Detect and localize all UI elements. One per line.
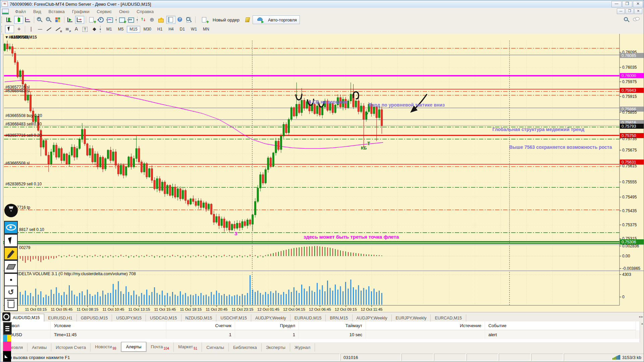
menu-Вид[interactable]: Вид: [30, 8, 45, 15]
symbol-tab-GBPUSD,M15[interactable]: GBPUSD,M15: [77, 314, 112, 322]
shift-chart-icon[interactable]: →: [75, 16, 84, 24]
equidistant-channel-tool-icon[interactable]: E: [54, 25, 62, 33]
order-label[interactable]: #63668483 sl: [5, 88, 30, 93]
crosshair-tool-icon[interactable]: +: [15, 25, 23, 33]
overlay-dot-button[interactable]: [4, 273, 18, 286]
zoom-in-icon[interactable]: +: [36, 16, 44, 23]
menu-Файл[interactable]: Файл: [11, 8, 30, 15]
navigator-icon[interactable]: ⊕: [148, 16, 157, 23]
menu-Вставка[interactable]: Вставка: [45, 8, 68, 15]
color-swatch-black[interactable]: [3, 351, 11, 362]
symbol-tab-USDJPY,M15[interactable]: USDJPY,M15: [112, 314, 146, 322]
order-label[interactable]: #63668483 sell 0.10: [5, 122, 42, 126]
tab-Алерты[interactable]: Алерты: [121, 342, 147, 352]
tab-Эксперты[interactable]: Эксперты: [262, 343, 290, 352]
symbol-tab-AUDJPY,Weekly[interactable]: AUDJPY,Weekly: [353, 314, 392, 322]
symbol-tab-AUDJPY,Weekly[interactable]: AUDJPY,Weekly: [251, 314, 290, 322]
favorites-icon[interactable]: ★: [157, 16, 166, 23]
templates-dropdown-icon[interactable]: ▾: [106, 16, 114, 23]
close-button[interactable]: ✕: [633, 1, 643, 7]
order-label[interactable]: #63665508 sl: [5, 161, 30, 166]
search-icon[interactable]: [623, 16, 631, 23]
arrows-dropdown-icon[interactable]: ◆▾: [90, 25, 99, 33]
menu-Справка[interactable]: Справка: [133, 8, 157, 15]
zoom-out-icon[interactable]: −: [45, 16, 53, 23]
timeframe-MN[interactable]: MN: [200, 26, 212, 33]
overlay-cursor-button[interactable]: [4, 234, 18, 247]
debug-icon[interactable]: [243, 16, 252, 23]
overlay-eye-button[interactable]: [4, 221, 18, 234]
order-label[interactable]: #63665508 buy 0.20: [5, 113, 42, 118]
fibonacci-tool-icon[interactable]: ≡F: [63, 25, 71, 33]
overlay-menu-button[interactable]: [3, 322, 12, 335]
overlay-eraser-button[interactable]: [4, 260, 18, 273]
chart-area[interactable]: 0.760950.760850.760350.760000.759750.759…: [3, 34, 644, 311]
order-label[interactable]: #63657716 sell 0.20: [5, 133, 42, 138]
child-restore-button[interactable]: ❐: [626, 8, 634, 14]
menu-Графики[interactable]: Графики: [68, 8, 93, 15]
new-chart-dropdown-icon[interactable]: +▾: [118, 16, 126, 23]
child-close-button[interactable]: ✕: [634, 8, 642, 14]
vertical-line-tool-icon[interactable]: |: [27, 25, 35, 33]
tile-windows-icon[interactable]: [54, 16, 62, 23]
timeframe-H1[interactable]: H1: [155, 26, 165, 33]
alert-row[interactable]: AUDUSDTime=11:451110 secalert: [0, 330, 644, 339]
new-order-button[interactable]: +Новый ордер: [198, 16, 242, 24]
overlay-pencil-button[interactable]: [4, 247, 18, 260]
color-swatch-yellow[interactable]: [7, 335, 11, 342]
timeframe-W1[interactable]: W1: [188, 26, 200, 33]
tab-Новости[interactable]: Новости99: [91, 343, 121, 352]
symbol-tab-EURCAD,M15[interactable]: EURCAD,M15: [431, 314, 466, 322]
timeframe-M30[interactable]: M30: [141, 26, 154, 33]
order-label[interactable]: 8817 sell 0.10: [19, 227, 44, 232]
symbol-tab-USDCAD,M15[interactable]: USDCAD,M15: [146, 314, 181, 322]
timeframe-M15[interactable]: M15: [127, 26, 140, 33]
symbol-tab-USDCHF,M15[interactable]: USDCHF,M15: [216, 314, 251, 322]
minimize-button[interactable]: —: [611, 1, 622, 7]
text-tool-icon[interactable]: A: [72, 25, 80, 33]
tab-scroll-arrows[interactable]: ◂ ▸: [639, 315, 643, 318]
chat-icon[interactable]: [632, 16, 640, 23]
color-swatch-magenta[interactable]: [3, 342, 11, 351]
overlay-camera-button[interactable]: [2, 312, 10, 321]
tab-Активы[interactable]: Активы: [28, 343, 51, 352]
tab-Почта[interactable]: Почта104: [146, 343, 174, 352]
text-label-tool-icon[interactable]: T: [81, 25, 90, 33]
symbol-tab-EURJPY,Weekly[interactable]: EURJPY,Weekly: [392, 314, 431, 322]
pen-overlay-launcher[interactable]: [4, 204, 18, 217]
overlay-undo-button[interactable]: ↺: [4, 286, 18, 299]
tab-Маркет[interactable]: Маркет51: [174, 343, 202, 352]
menu-Сервис[interactable]: Сервис: [93, 8, 116, 15]
timeframe-M5[interactable]: M5: [115, 26, 126, 33]
alerts-scrollbar[interactable]: ▲: [640, 321, 644, 342]
symbol-tab-BRN,M15[interactable]: BRN,M15: [326, 314, 352, 322]
restore-button[interactable]: ❐: [622, 1, 632, 7]
auto-trading-button[interactable]: ▶Авто-торговля: [253, 15, 300, 24]
line-chart-icon[interactable]: [24, 16, 32, 23]
timeframe-D1[interactable]: D1: [177, 26, 187, 33]
symbol-tab-EURUSD,H1[interactable]: EURUSD,H1: [44, 314, 77, 322]
indicators-dropdown-icon[interactable]: +▾: [88, 16, 96, 23]
horizontal-line-tool-icon[interactable]: —: [36, 25, 44, 33]
help-icon[interactable]: ?: [176, 16, 184, 23]
menu-Окно[interactable]: Окно: [115, 8, 133, 15]
tab-Журнал[interactable]: Журнал: [290, 343, 315, 352]
timeframe-H4[interactable]: H4: [166, 26, 176, 33]
search-docs-icon[interactable]: [185, 16, 194, 23]
auto-scroll-icon[interactable]: [66, 16, 74, 23]
cursor-tool-icon[interactable]: [5, 25, 14, 33]
bar-chart-icon[interactable]: [5, 16, 13, 23]
timeframe-M1[interactable]: M1: [104, 26, 115, 33]
terminal-panel-icon[interactable]: [166, 16, 175, 24]
trendline-tool-icon[interactable]: [45, 25, 53, 33]
candlestick-chart-icon[interactable]: [14, 16, 23, 24]
symbol-tab-EURAUD,M15[interactable]: EURAUD,M15: [290, 314, 326, 322]
tab-История Счета[interactable]: История Счета: [51, 343, 91, 352]
overlay-trash-button[interactable]: [4, 298, 18, 311]
profiles-dropdown-icon[interactable]: ↔▾: [127, 16, 136, 23]
tab-Сигналы[interactable]: Сигналы: [202, 343, 229, 352]
order-label[interactable]: 7716 tp: [17, 205, 30, 210]
tab-Библиотека[interactable]: Библиотека: [229, 343, 262, 352]
color-swatch-cyan[interactable]: [3, 335, 7, 342]
symbol-tab-NZDUSD,M15[interactable]: NZDUSD,M15: [181, 314, 217, 322]
